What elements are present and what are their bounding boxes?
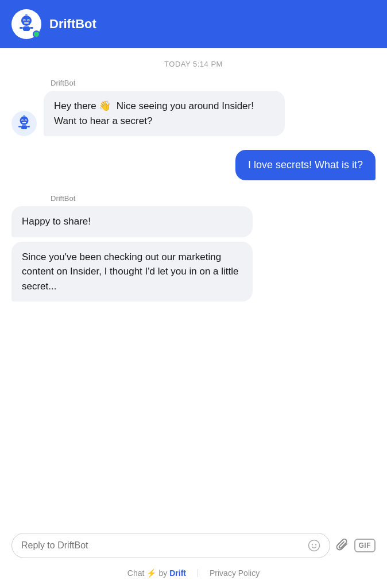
emoji-icon: [308, 539, 320, 552]
header-bot-name: DriftBot: [49, 17, 96, 32]
paperclip-icon: [336, 538, 349, 553]
svg-rect-18: [22, 122, 26, 123]
bot-bubble-2a: Happy to share!: [11, 206, 253, 237]
header-avatar: [11, 9, 41, 39]
svg-rect-10: [30, 27, 33, 29]
attach-button[interactable]: [336, 538, 349, 553]
footer-drift-label: Drift: [169, 568, 186, 578]
bot-row-1: Hey there 👋 Nice seeing you around Insid…: [11, 91, 376, 136]
bot-messages-1: Hey there 👋 Nice seeing you around Insid…: [44, 91, 285, 136]
svg-rect-8: [23, 26, 30, 31]
svg-point-6: [28, 20, 29, 21]
input-area: GIF: [0, 524, 387, 563]
user-message-row: I love secrets! What is it?: [11, 150, 376, 180]
chat-header: DriftBot: [0, 0, 387, 48]
svg-rect-7: [24, 22, 29, 24]
bot-row-2: Happy to share! Since you've been checki…: [11, 206, 376, 301]
chat-area: TODAY 5:14 PM DriftBot: [0, 48, 387, 524]
footer-divider: [198, 569, 198, 577]
user-bubble: I love secrets! What is it?: [235, 150, 376, 180]
reply-input[interactable]: [21, 540, 303, 551]
footer-bolt-icon: ⚡: [146, 568, 156, 578]
svg-point-23: [311, 544, 312, 545]
footer-chat-by-drift: Chat ⚡ by Drift: [127, 568, 186, 578]
bot-sender-label-1: DriftBot: [51, 79, 376, 87]
bot-sender-label-2: DriftBot: [51, 194, 376, 203]
svg-point-24: [315, 544, 316, 545]
online-indicator: [33, 30, 40, 38]
svg-rect-21: [27, 126, 30, 127]
svg-rect-20: [18, 126, 21, 127]
bot-message-group-2: DriftBot Happy to share! Since you've be…: [11, 194, 376, 301]
svg-point-13: [23, 115, 25, 117]
driftbot-avatar-icon: [16, 115, 33, 132]
bot-avatar-1: [11, 111, 37, 136]
svg-point-17: [25, 119, 26, 121]
timestamp-label: TODAY 5:14 PM: [11, 60, 376, 68]
bot-bubble-1: Hey there 👋 Nice seeing you around Insid…: [44, 91, 285, 136]
footer-privacy-link[interactable]: Privacy Policy: [210, 568, 260, 578]
svg-point-2: [25, 14, 28, 16]
input-wrapper[interactable]: [11, 533, 330, 558]
bot-message-group-1: DriftBot Hey there 👋 Nice: [11, 79, 376, 136]
svg-point-22: [308, 540, 319, 551]
svg-rect-9: [20, 27, 23, 29]
footer-chat-label: Chat: [127, 568, 145, 578]
gif-button[interactable]: GIF: [354, 539, 376, 552]
emoji-button[interactable]: [308, 539, 320, 552]
svg-rect-19: [21, 125, 27, 129]
footer-by-label: by: [158, 568, 167, 578]
svg-point-16: [22, 119, 23, 121]
svg-point-5: [24, 20, 25, 21]
footer: Chat ⚡ by Drift Privacy Policy: [0, 563, 387, 588]
bot-messages-2: Happy to share! Since you've been checki…: [11, 206, 253, 301]
bot-bubble-2b: Since you've been checking out our marke…: [11, 242, 253, 302]
